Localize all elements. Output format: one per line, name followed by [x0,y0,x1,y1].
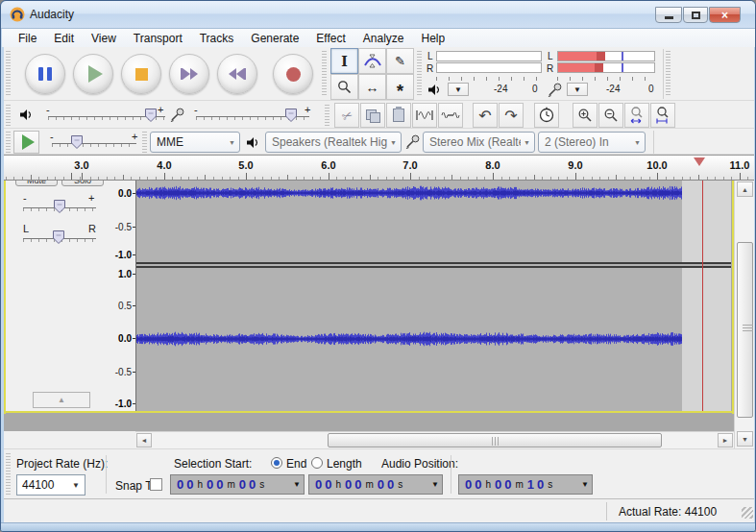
hours-value[interactable]: 00 [315,477,334,492]
fit-selection-button[interactable] [624,103,649,128]
toolbar-row-3: - + MME ▼ Speakers (Realtek Hig ▼ [4,130,754,155]
stop-button[interactable] [121,54,161,94]
zoom-out-button[interactable] [598,103,623,128]
zoom-in-button[interactable] [573,103,597,128]
maximize-button[interactable] [683,7,708,23]
menu-file[interactable]: File [10,30,45,47]
title-bar[interactable]: Audacity × [1,1,756,29]
input-volume-plus: + [305,104,310,115]
skip-start-icon [181,68,198,80]
menu-generate[interactable]: Generate [242,30,307,47]
time-shift-tool[interactable]: ↔ [358,74,386,100]
seconds-value[interactable]: 00 [239,477,258,492]
track-control-panel[interactable]: Mute Solo - + L R ▲ [6,181,110,412]
minutes-value[interactable]: 00 [207,477,226,492]
pause-button[interactable] [25,54,65,94]
gain-thumb[interactable] [54,200,65,213]
play-icon [88,65,103,83]
end-radio[interactable] [271,457,282,469]
zoom-tool[interactable] [330,74,358,100]
playspeed-thumb[interactable] [71,135,83,149]
draw-tool[interactable]: ✎ [386,48,414,74]
selection-toolbar-grip[interactable] [6,453,11,496]
selection-end-field[interactable]: 00h 00m 00s ▼ [308,474,443,495]
collapse-track-button[interactable]: ▲ [33,392,90,408]
tools-toolbar-grip[interactable] [322,51,327,97]
timeline-ruler[interactable]: 3.0 4.0 5.0 6.0 7.0 8.0 9.0 10.0 11.0 [4,155,754,181]
menu-view[interactable]: View [83,30,125,47]
scroll-left-button[interactable]: ◄ [136,433,152,447]
input-channels-combo[interactable]: 2 (Stereo) In ▼ [538,132,646,153]
trim-audio-button[interactable] [412,103,437,128]
project-rate-combo[interactable]: 44100 ▼ [16,474,85,496]
input-device-combo[interactable]: Stereo Mix (Realtek H ▼ [423,132,535,153]
skip-to-start-button[interactable] [169,54,209,94]
play-button[interactable] [73,54,113,94]
multi-tool[interactable]: * [386,74,414,100]
envelope-tool[interactable] [358,48,386,74]
mixer-toolbar-grip[interactable] [6,105,11,126]
horizontal-scrollbar[interactable]: ◄ ► [135,431,734,448]
record-button[interactable] [273,54,313,94]
selection-start-field[interactable]: 00h 00m 00s ▼ [170,474,305,495]
fit-project-button[interactable] [650,103,675,128]
audio-host-combo[interactable]: MME ▼ [150,132,240,153]
transport-toolbar-grip[interactable] [6,51,11,97]
solo-button[interactable]: Solo [61,181,104,186]
playback-meter-menu-arrow[interactable]: ▼ [448,83,469,96]
recording-meter-menu-arrow[interactable]: ▼ [567,83,588,96]
seconds-value[interactable]: 10 [527,477,547,492]
waveform-area[interactable] [136,181,731,412]
playspeed-plus: + [132,131,137,142]
playback-meter-left-bar [436,51,542,61]
field-dropdown-arrow[interactable]: ▼ [293,480,301,489]
hours-value[interactable]: 00 [177,477,196,492]
menu-effect[interactable]: Effect [307,30,354,47]
play-at-speed-button[interactable] [13,131,39,154]
seconds-value[interactable]: 00 [378,477,397,492]
scroll-right-button[interactable]: ► [718,433,733,447]
resize-grip[interactable] [742,507,753,519]
output-volume-thumb[interactable] [145,109,157,122]
device-toolbar-grip[interactable] [142,132,147,153]
field-dropdown-arrow[interactable]: ▼ [431,480,439,489]
paste-button[interactable] [386,103,411,128]
cut-button[interactable]: ✂ [334,103,359,128]
output-device-combo[interactable]: Speakers (Realtek Hig ▼ [265,132,402,153]
pan-thumb[interactable] [53,230,64,244]
transcription-toolbar-grip[interactable] [6,132,11,153]
minimize-button[interactable] [655,7,682,23]
scroll-down-button[interactable]: ▼ [737,431,753,447]
playback-meter-grip[interactable] [417,51,422,97]
menu-help[interactable]: Help [413,30,454,47]
input-volume-thumb[interactable] [285,109,297,122]
menu-analyze[interactable]: Analyze [354,30,413,47]
length-radio[interactable] [311,457,323,469]
menu-transport[interactable]: Transport [125,30,191,47]
sync-lock-button[interactable] [534,103,559,128]
copy-button[interactable] [360,103,385,128]
audio-position-field[interactable]: 00h 00m 10s ▼ [458,474,593,495]
vertical-scrollbar[interactable]: ▲ ▼ [734,181,754,448]
selection-tool[interactable]: I [330,48,358,74]
field-dropdown-arrow[interactable]: ▼ [581,480,589,489]
horizontal-scroll-thumb[interactable] [328,433,662,447]
edit-toolbar-grip[interactable] [325,105,329,126]
minutes-value[interactable]: 00 [345,477,364,492]
scroll-up-button[interactable]: ▲ [737,181,753,197]
silence-audio-button[interactable] [438,103,463,128]
menu-tracks[interactable]: Tracks [191,30,243,47]
vertical-ruler[interactable]: 0.0 -0.5 -1.0 1.0 0.5 0.0 -0.5 -1.0 [107,181,136,412]
seconds-unit: s [548,479,552,490]
close-button[interactable]: × [709,7,741,23]
snap-to-checkbox[interactable] [150,478,162,491]
menu-edit[interactable]: Edit [45,30,83,47]
hours-value[interactable]: 00 [465,477,484,492]
redo-button[interactable]: ↷ [499,103,524,128]
meter-end-grip[interactable] [666,51,671,97]
playhead-marker[interactable] [694,157,705,166]
undo-button[interactable]: ↶ [473,103,498,128]
skip-to-end-button[interactable] [217,54,257,94]
minutes-value[interactable]: 00 [495,477,514,492]
mute-button[interactable]: Mute [15,181,58,186]
